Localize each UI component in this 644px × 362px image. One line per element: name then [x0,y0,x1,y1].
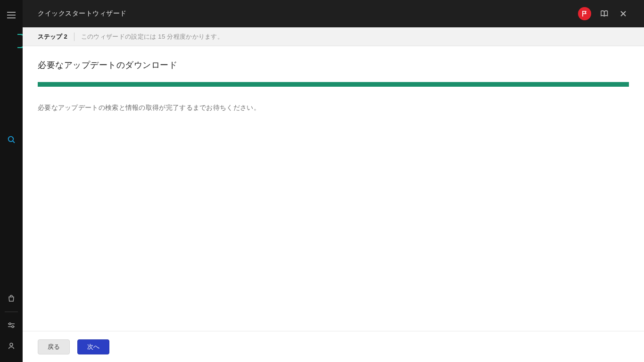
wizard-panel: クイックスタートウィザード ステップ 2 このウィザードの設定には 15 分程度… [23,0,644,362]
step-label: ステップ 2 [38,33,67,41]
step-description: このウィザードの設定には 15 分程度かかります。 [81,33,223,41]
bag-icon[interactable] [0,288,23,309]
content-heading: 必要なアップデートのダウンロード [38,59,629,71]
wait-message: 必要なアップデートの検索と情報の取得が完了するまでお待ちください。 [38,104,629,112]
progress-fill [38,82,629,87]
progress-bar [38,82,629,87]
flag-icon [581,10,588,17]
user-icon[interactable] [0,336,23,356]
svg-point-3 [9,323,11,325]
book-button[interactable] [599,8,610,19]
footer: 戻る 次へ [23,331,644,362]
step-bar: ステップ 2 このウィザードの設定には 15 分程度かかります。 [23,27,644,46]
flag-button[interactable] [578,7,591,20]
sidebar [0,0,23,362]
search-icon[interactable] [0,132,23,147]
step-divider [74,33,74,41]
svg-point-0 [8,137,14,142]
sidebar-bottom-group [0,288,23,356]
svg-point-6 [10,343,13,346]
book-icon [600,9,609,18]
panel-header: クイックスタートウィザード [23,0,644,27]
sliders-icon[interactable] [0,315,23,336]
header-actions [578,7,629,20]
back-button[interactable]: 戻る [38,339,70,354]
close-button[interactable] [618,8,629,19]
sidebar-divider [5,312,18,312]
menu-icon[interactable] [0,5,23,25]
svg-point-5 [12,326,14,328]
svg-line-1 [13,141,15,143]
next-button[interactable]: 次へ [77,339,109,354]
close-icon [620,10,627,17]
panel-title: クイックスタートウィザード [38,9,127,18]
content-area: 必要なアップデートのダウンロード 必要なアップデートの検索と情報の取得が完了する… [23,46,644,331]
